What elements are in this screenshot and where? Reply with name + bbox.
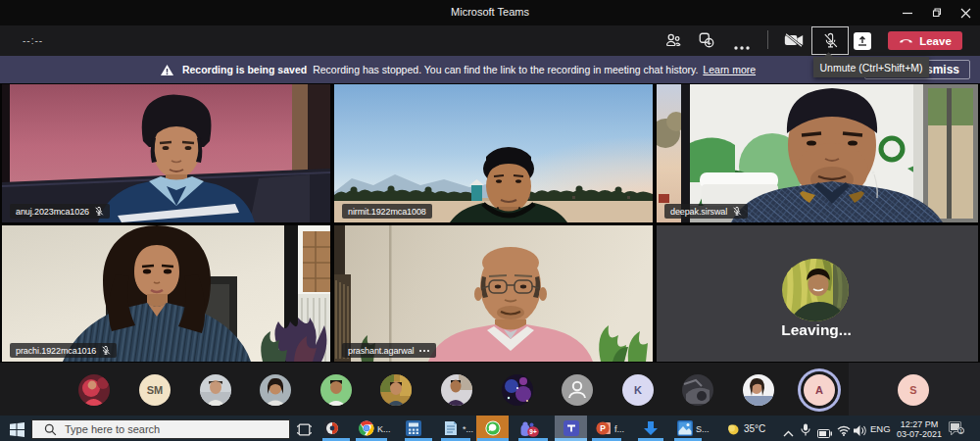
- svg-text:P: P: [600, 423, 606, 433]
- svg-text:1: 1: [959, 428, 962, 434]
- svg-text:Leaving...: Leaving...: [781, 321, 852, 338]
- svg-text:9+: 9+: [529, 428, 537, 435]
